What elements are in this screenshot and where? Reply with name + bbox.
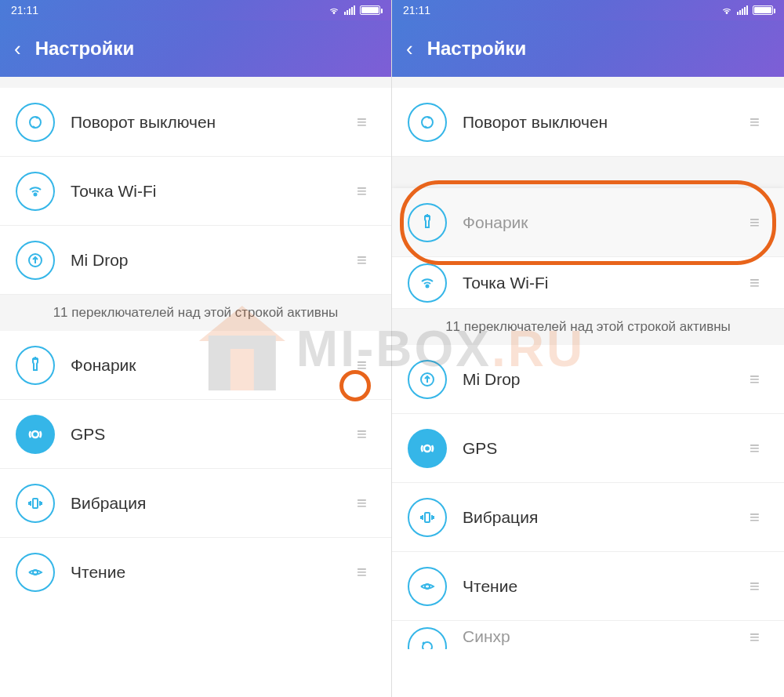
signal-icon: [737, 5, 748, 15]
list-item-label: Вибрация: [71, 494, 357, 513]
list-item-sync-partial[interactable]: Синхр ≡: [392, 621, 784, 649]
list-item-wifi-hotspot[interactable]: Точка Wi-Fi ≡: [392, 257, 784, 309]
list-item-rotation[interactable]: Поворот выключен ≡: [0, 88, 391, 157]
drag-handle-icon[interactable]: ≡: [357, 250, 376, 270]
svg-rect-5: [33, 499, 38, 508]
battery-icon: [753, 5, 773, 15]
drag-handle-icon[interactable]: ≡: [357, 562, 376, 583]
svg-point-1: [30, 117, 41, 128]
list-item-label: Вибрация: [463, 508, 750, 527]
svg-point-9: [426, 285, 429, 287]
list-item-label: Синхр: [463, 627, 750, 646]
reading-icon: [16, 553, 55, 592]
status-time: 21:11: [403, 4, 430, 16]
drag-handle-icon[interactable]: ≡: [750, 438, 768, 459]
phone-screen-right: 21:11 ‹ Настройки Поворот выключен ≡ Фон…: [392, 0, 784, 697]
settings-list: Поворот выключен ≡ Точка Wi-Fi ≡ Mi Drop…: [0, 88, 391, 607]
gps-icon: [408, 429, 447, 468]
midrop-icon: [408, 360, 447, 399]
rotation-icon: [408, 103, 447, 142]
svg-point-2: [34, 193, 37, 195]
drag-handle-icon[interactable]: ≡: [357, 112, 376, 133]
flashlight-icon: [16, 346, 55, 385]
drag-handle-icon[interactable]: ≡: [750, 212, 768, 233]
list-item-reading[interactable]: Чтение ≡: [0, 538, 391, 607]
list-item-gps[interactable]: GPS ≡: [392, 414, 784, 483]
list-item-label: GPS: [71, 425, 357, 444]
list-item-label: Mi Drop: [71, 251, 357, 270]
wifi-hotspot-icon: [16, 172, 55, 211]
drag-handle-icon[interactable]: ≡: [750, 507, 768, 528]
midrop-icon: [16, 241, 55, 280]
drag-handle-icon[interactable]: ≡: [357, 424, 376, 445]
settings-list: Поворот выключен ≡ Фонарик ≡ Точка Wi-Fi…: [392, 88, 784, 649]
list-item-label: Фонарик: [463, 213, 750, 232]
drag-handle-icon[interactable]: ≡: [750, 273, 768, 293]
signal-icon: [344, 5, 355, 15]
list-item-label: Точка Wi-Fi: [71, 182, 357, 201]
list-item-vibration[interactable]: Вибрация ≡: [0, 469, 391, 538]
gps-icon: [16, 415, 55, 454]
list-item-midrop[interactable]: Mi Drop ≡: [0, 226, 391, 295]
list-item-label: Фонарик: [71, 356, 357, 375]
drag-handle-icon[interactable]: ≡: [750, 627, 768, 648]
divider-label: 11 переключателей над этой строкой актив…: [0, 295, 391, 331]
status-indicators: [721, 5, 773, 16]
list-item-label: GPS: [463, 439, 750, 458]
sync-icon: [408, 627, 447, 649]
vibration-icon: [16, 484, 55, 523]
spacer: [392, 77, 784, 88]
wifi-hotspot-icon: [408, 263, 447, 303]
drag-handle-icon[interactable]: ≡: [750, 576, 768, 597]
header: ‹ Настройки: [392, 20, 784, 77]
reading-icon: [408, 567, 447, 606]
back-button[interactable]: ‹: [14, 37, 21, 61]
list-item-vibration[interactable]: Вибрация ≡: [392, 483, 784, 552]
svg-rect-12: [425, 513, 430, 522]
page-title: Настройки: [35, 38, 135, 60]
list-item-label: Точка Wi-Fi: [463, 274, 750, 292]
list-item-label: Поворот выключен: [463, 113, 750, 132]
svg-point-11: [424, 445, 430, 452]
wifi-icon: [328, 5, 339, 16]
drag-handle-icon[interactable]: ≡: [357, 493, 376, 514]
list-item-gps[interactable]: GPS ≡: [0, 400, 391, 469]
spacer: [0, 77, 391, 88]
status-bar: 21:11: [0, 0, 391, 20]
svg-point-7: [726, 13, 728, 14]
status-bar: 21:11: [392, 0, 784, 20]
list-item-wifi-hotspot[interactable]: Точка Wi-Fi ≡: [0, 157, 391, 226]
wifi-icon: [721, 5, 732, 16]
list-item-rotation[interactable]: Поворот выключен ≡: [392, 88, 784, 157]
status-indicators: [328, 5, 380, 16]
svg-point-0: [333, 13, 335, 14]
status-time: 21:11: [11, 4, 38, 16]
phone-screen-left: 21:11 ‹ Настройки Поворот выключен ≡ Точ…: [0, 0, 392, 697]
back-button[interactable]: ‹: [406, 37, 413, 61]
list-item-flashlight[interactable]: Фонарик ≡: [0, 331, 391, 400]
header: ‹ Настройки: [0, 20, 391, 77]
list-item-label: Чтение: [71, 563, 357, 582]
rotation-icon: [16, 103, 55, 142]
list-item-reading[interactable]: Чтение ≡: [392, 552, 784, 621]
svg-point-4: [32, 431, 38, 437]
list-item-label: Чтение: [463, 577, 750, 596]
drag-handle-icon[interactable]: ≡: [357, 355, 376, 376]
flashlight-icon: [408, 203, 447, 242]
svg-point-8: [422, 117, 433, 128]
spacer: [392, 157, 784, 188]
battery-icon: [360, 5, 380, 15]
list-item-label: Поворот выключен: [71, 113, 357, 132]
list-item-midrop[interactable]: Mi Drop ≡: [392, 345, 784, 414]
drag-handle-icon[interactable]: ≡: [357, 181, 376, 201]
vibration-icon: [408, 498, 447, 537]
list-item-label: Mi Drop: [463, 370, 750, 389]
drag-handle-icon[interactable]: ≡: [750, 369, 768, 390]
divider-label: 11 переключателей над этой строкой актив…: [392, 309, 784, 345]
drag-handle-icon[interactable]: ≡: [750, 112, 768, 133]
list-item-flashlight-dragging[interactable]: Фонарик ≡: [392, 188, 784, 257]
page-title: Настройки: [427, 38, 527, 60]
